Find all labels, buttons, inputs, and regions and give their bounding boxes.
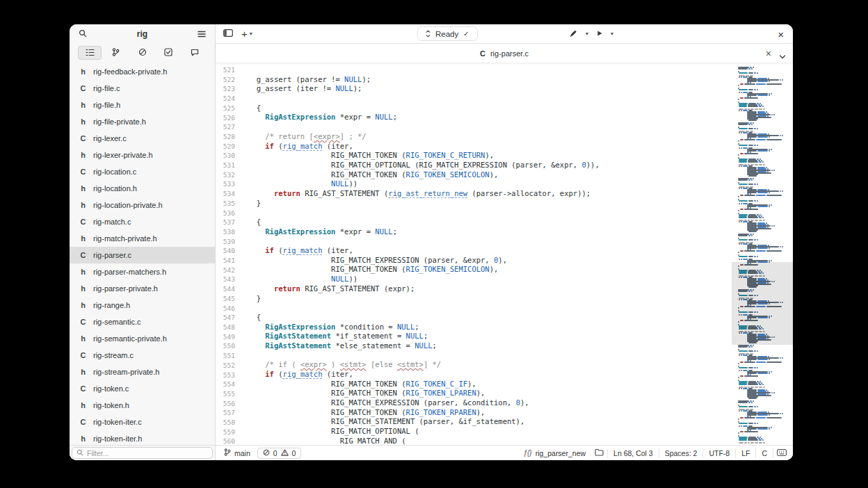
close-tab-button[interactable]: × [762,47,775,60]
sidebar: rig hrig-feedback-private.hCrig-file.chr… [70,24,216,460]
keyboard-icon [777,448,787,458]
code-editor[interactable]: 5215225235245255265275285295305315325335… [216,63,793,445]
toggle-sidebar-button[interactable] [220,26,236,41]
statusbar-right: ƒ{} rig_parser_new Ln 68, Col 3 Spaces: … [517,446,790,460]
file-name: rig-match.c [93,218,131,226]
run-button[interactable] [593,26,606,41]
code-line: g_assert (parser != NULL); [248,75,732,85]
run-options-button[interactable]: ▾ [607,29,617,39]
file-name: rig-stream-private.h [93,368,159,376]
file-row[interactable]: Crig-match.c [70,213,215,230]
file-type-icon: C [79,351,87,359]
file-name: rig-stream.c [93,351,134,359]
file-row[interactable]: Crig-parser.c [70,247,215,263]
code-line: RIG_MATCH_AND ( [248,437,732,445]
file-row[interactable]: hrig-parser-matchers.h [70,263,215,280]
search-icon [79,29,87,40]
file-row[interactable]: Crig-location.c [70,163,215,180]
code-line: RIG_MATCH_OPTIONAL (RIG_MATCH_EXPRESSION… [248,161,732,170]
file-name: rig-semantic.c [93,318,140,326]
keyboard-button[interactable] [773,446,790,460]
file-type-icon: C [79,251,87,259]
build-options-button[interactable]: ▾ [582,29,592,39]
main-area: + ▾ Ready ✓ ▾ ▾ [216,24,793,460]
file-row[interactable]: Crig-semantic.c [70,314,215,330]
code-line [248,303,732,313]
todo-panel-button[interactable] [156,46,180,60]
file-type-icon: h [79,234,87,243]
file-row[interactable]: hrig-parser-private.h [70,280,215,297]
file-type-icon: h [79,434,87,443]
file-row[interactable]: hrig-lexer-private.h [70,147,215,163]
project-tree-panel-button[interactable] [78,46,102,60]
filter-input[interactable]: Filter... [72,447,213,459]
code-line: RIG_MATCH_EXPRESSION (parser, &condition… [248,398,732,408]
encoding-button[interactable]: UTF-8 [703,446,735,460]
minimap-viewport[interactable] [732,262,793,345]
file-row[interactable]: hrig-file-private.h [70,113,215,130]
file-type-icon: h [79,334,87,343]
file-row[interactable]: hrig-file.h [70,97,215,113]
menu-button[interactable] [194,27,209,42]
file-row[interactable]: hrig-range.h [70,297,215,314]
file-row[interactable]: Crig-token.c [70,380,215,397]
document-tab[interactable]: C rig-parser.c [480,49,529,58]
code-line: { [248,218,732,227]
file-name: rig-location-private.h [93,201,163,209]
code-content[interactable]: g_assert (parser != NULL); g_assert (ite… [241,63,732,445]
file-row[interactable]: Crig-file.c [70,80,215,97]
code-line: NULL)) [248,275,732,284]
file-row[interactable]: Crig-token-iter.c [70,414,215,430]
file-type-icon: C [79,168,87,176]
language: C [762,449,767,457]
diagnostics-button[interactable]: 0 0 [257,448,302,459]
close-window-button[interactable]: × [774,27,787,42]
file-row[interactable]: hrig-token.h [70,397,215,414]
file-type-icon: h [79,201,87,209]
updown-chevrons-icon [426,28,431,40]
file-row[interactable]: hrig-feedback-private.h [70,63,215,80]
file-type-icon: h [79,284,87,293]
file-list: hrig-feedback-private.hCrig-file.chrig-f… [70,62,215,445]
code-line: } [248,294,732,304]
file-type-icon: h [79,268,87,276]
file-row[interactable]: hrig-semantic-private.h [70,330,215,347]
new-document-button[interactable]: + ▾ [238,26,256,41]
close-icon: × [778,29,784,40]
open-pages-button[interactable] [775,49,789,63]
search-icon [77,449,83,457]
code-line: { [248,104,732,113]
build-button[interactable] [565,26,581,42]
file-row[interactable]: hrig-match-private.h [70,230,215,247]
file-type-icon: h [79,151,87,159]
file-type-icon: h [79,368,87,376]
file-name: rig-token.c [93,384,129,393]
cursor-position-button[interactable]: Ln 68, Col 3 [608,446,659,460]
chat-bubble-icon [191,48,199,58]
file-row[interactable]: Crig-lexer.c [70,130,215,147]
file-row[interactable]: Crig-stream.c [70,347,215,364]
language-button[interactable]: C [756,446,773,460]
function-icon: ƒ{} [523,449,531,457]
symbol-indicator[interactable]: ƒ{} rig_parser_new [517,446,591,460]
search-button[interactable] [75,27,90,42]
minimap-lines [732,65,793,444]
project-folder-button[interactable] [591,446,607,460]
indentation-button[interactable]: Spaces: 2 [659,446,703,460]
file-row[interactable]: hrig-location-private.h [70,197,215,213]
git-branch-icon [224,448,231,457]
vcs-panel-button[interactable] [104,46,128,60]
file-row[interactable]: hrig-stream-private.h [70,364,215,380]
branch-indicator[interactable]: main [218,446,256,460]
diagnostics-panel-button[interactable] [131,46,154,60]
code-line: RigAstStatement *if_statement = NULL; [248,332,732,341]
build-status-button[interactable]: Ready ✓ [417,26,478,41]
code-line [248,208,732,218]
line-ending-button[interactable]: LF [736,446,755,460]
chat-panel-button[interactable] [183,46,207,60]
minimap[interactable] [732,63,793,445]
sidebar-header: rig [70,24,215,44]
chevron-down-icon [779,51,786,61]
file-row[interactable]: hrig-token-iter.h [70,430,215,445]
file-row[interactable]: hrig-location.h [70,180,215,197]
